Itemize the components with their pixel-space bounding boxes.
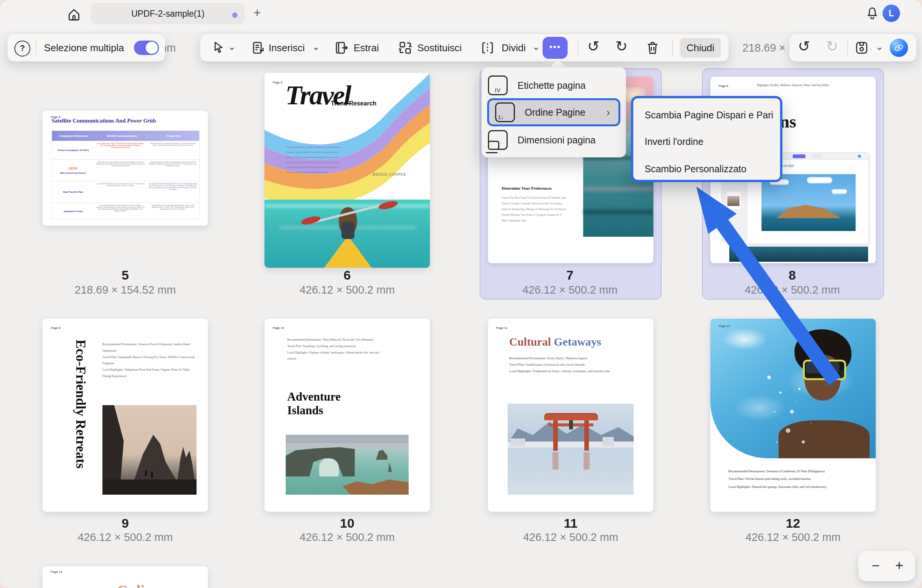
diver-photo: Page 12 (710, 318, 876, 458)
page-thumbnail-9[interactable]: Page 9 Eco-Friendly Retreats Recommended… (43, 318, 208, 512)
page-7-heading: Determine Your Preferences (502, 186, 552, 190)
tab-title: UPDF-2-sample(1) (91, 3, 245, 24)
page-10-title: Adventure Islands (287, 390, 363, 417)
main-toolbar-panel: Inserisci Estrai Sostituisci Dividi ••• … (200, 34, 729, 62)
new-tab-button[interactable]: + (253, 5, 261, 20)
page-thumbnail-6[interactable]: Page 6 Trend Research Travel Ocean Adven… (265, 73, 430, 268)
page-5-updf-watermark: UPDF (69, 167, 78, 170)
save-icon[interactable] (854, 40, 869, 56)
menu-item-page-labels[interactable]: IV Etichette pagina (488, 73, 620, 98)
updf-ai-icon[interactable] (890, 39, 908, 57)
more-tools-button[interactable]: ••• (543, 37, 567, 59)
page-9-lines: Recommended Destinations: Tetiaroa (Fren… (103, 341, 197, 380)
page-12-corner-label: Page 12 (719, 324, 730, 328)
split-chevron-icon[interactable] (532, 44, 540, 53)
page-12-lines: Recommended Destinations: Dominica (Cari… (729, 467, 861, 490)
page-6-script-title: Travel (285, 80, 350, 111)
extract-button[interactable]: Estrai (354, 42, 379, 54)
help-icon[interactable]: ? (15, 41, 30, 57)
page-thumbnail-11[interactable]: Page 11 Cultural Getaways Recommended De… (488, 318, 653, 512)
split-icon[interactable] (480, 40, 495, 56)
page-7-body: Check The Best Time To Visit In Terms Of… (502, 195, 568, 224)
divider (36, 40, 36, 56)
file-undo-icon[interactable]: ↺ (798, 38, 810, 55)
replace-button[interactable]: Sostituisci (417, 42, 462, 54)
page-number-9: 9 (43, 516, 208, 531)
page-10-corner-label: Page 10 (273, 326, 284, 330)
trash-icon[interactable] (645, 40, 660, 56)
redo-icon[interactable]: ↻ (615, 38, 628, 55)
torii-photo (508, 403, 634, 495)
page-size-9: 426.12 × 500.2 mm (43, 531, 208, 544)
page-11-lines: Recommended Destinations: Sicily (Italy)… (509, 355, 631, 374)
home-icon[interactable] (67, 8, 81, 22)
page-size-7: 426.12 × 500.2 mm (480, 284, 660, 296)
adventure-islands-photo (286, 435, 409, 495)
insert-button[interactable]: Inserisci (269, 42, 305, 54)
page-8-sea-strip (729, 247, 868, 262)
page-5-corner-label: Page 5 (51, 115, 60, 119)
split-button[interactable]: Dividi (502, 42, 526, 54)
extract-icon[interactable] (334, 40, 349, 56)
menu-item-page-size[interactable]: Dimensioni pagina (488, 127, 620, 152)
page-13-corner-label: Page 13 (51, 570, 62, 573)
select-tool-chevron-icon[interactable] (228, 44, 236, 53)
eco-retreat-photo (103, 405, 196, 495)
multi-select-label: Selezione multipla (44, 42, 124, 54)
zoom-in-button[interactable]: + (891, 558, 907, 574)
select-tool-icon[interactable] (212, 41, 226, 54)
submenu-item-invert-order[interactable]: Inverti l'ordine (645, 136, 703, 147)
submenu-chevron-icon: › (606, 106, 610, 119)
page-9-corner-label: Page 9 (51, 326, 60, 330)
replace-icon[interactable] (398, 40, 413, 56)
page-thumbnail-13-partial[interactable]: Page 13 Culi (43, 567, 208, 588)
page-9-vertical-title: Eco-Friendly Retreats (73, 340, 89, 469)
multi-select-toggle[interactable] (134, 41, 159, 55)
close-organize-button[interactable]: Chiudi (680, 38, 721, 58)
page-number-8: 8 (702, 268, 883, 283)
page-thumbnail-10[interactable]: Page 10 Recommended Destinations: Maui (… (265, 318, 430, 512)
insert-chevron-icon[interactable] (312, 44, 320, 53)
more-tools-menu: IV Etichette pagina 1↓ Ordine Pagine › D… (482, 67, 626, 157)
page-size-12: 426.12 × 500.2 mm (710, 531, 876, 544)
page-number-12: 12 (710, 516, 876, 531)
page-size-11: 426.12 × 500.2 mm (488, 531, 653, 544)
document-tab[interactable]: UPDF-2-sample(1) (91, 3, 245, 24)
page-8-caption: Highlights On Bali, Maldives, Santorini,… (710, 83, 876, 87)
page-6-corner-label: Page 6 (273, 81, 282, 84)
insert-icon[interactable] (250, 40, 266, 56)
avatar[interactable]: L (883, 5, 900, 22)
unsaved-dot (232, 13, 237, 18)
page-size-6: 426.12 × 500.2 mm (265, 284, 430, 296)
divider (672, 40, 673, 56)
app-window: UPDF-2-sample(1) + L 2 3 4 218.69 × 154.… (0, 0, 922, 588)
page-number-5: 5 (43, 268, 208, 283)
page-8-corner-label: Page 8 (719, 84, 728, 88)
page-5-title: Satellite Communications And Power Grids (52, 118, 156, 124)
zoom-out-button[interactable]: − (867, 558, 884, 574)
page-11-title: Cultural Getaways (509, 335, 602, 348)
page-thumbnail-5[interactable]: Page 5 Satellite Communications And Powe… (43, 111, 208, 226)
divider (577, 40, 578, 56)
page-labels-icon: IV (488, 75, 508, 95)
page-size-10: 426.12 × 500.2 mm (265, 531, 430, 544)
notifications-bell-icon[interactable] (865, 6, 879, 21)
page-number-6: 6 (265, 268, 430, 283)
page-number-7: 7 (480, 268, 660, 283)
kayak-photo (265, 199, 430, 268)
page-size-5: 218.69 × 154.52 mm (43, 284, 208, 296)
divider (847, 40, 848, 56)
page-6-paragraph: Ocean Adventures Often Include Exploring… (286, 145, 343, 175)
undo-icon[interactable]: ↺ (587, 38, 600, 55)
submenu-item-swap-odd-even[interactable]: Scambia Pagine Dispari e Pari (645, 109, 773, 121)
page-order-icon: 1↓ (495, 103, 515, 122)
submenu-item-custom-swap[interactable]: Scambio Personalizzato (645, 163, 746, 175)
page-size-8: 426.12 × 500.2 mm (702, 284, 883, 296)
save-chevron-icon[interactable] (875, 44, 884, 53)
page-thumbnail-12[interactable]: Page 12 Recommended Destinations: Domini… (710, 318, 876, 512)
menu-item-page-order[interactable]: 1↓ Ordine Pagine › (487, 98, 620, 126)
page-11-corner-label: Page 11 (496, 326, 507, 330)
selection-toolbar-panel: ? Selezione multipla (8, 34, 165, 62)
page-5-table: Comparison Dimensions Satellite Communic… (52, 131, 199, 219)
file-redo-icon[interactable]: ↻ (826, 38, 838, 55)
